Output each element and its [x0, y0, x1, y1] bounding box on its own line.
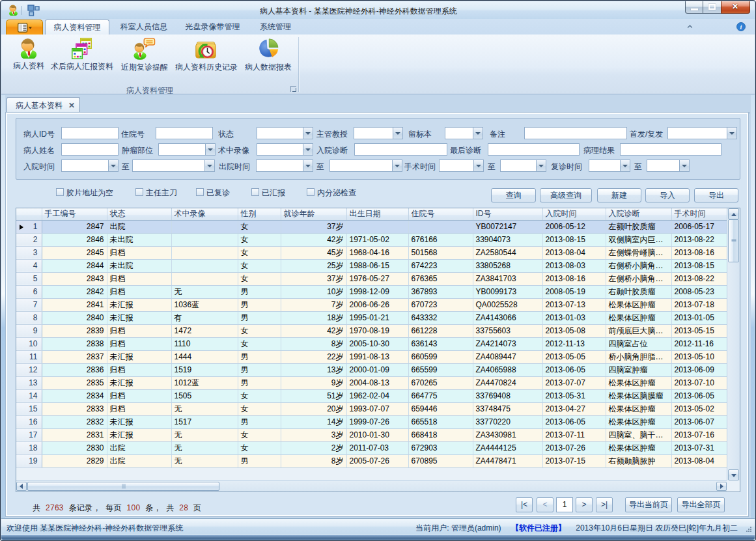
svg-text:i: i [740, 23, 742, 31]
